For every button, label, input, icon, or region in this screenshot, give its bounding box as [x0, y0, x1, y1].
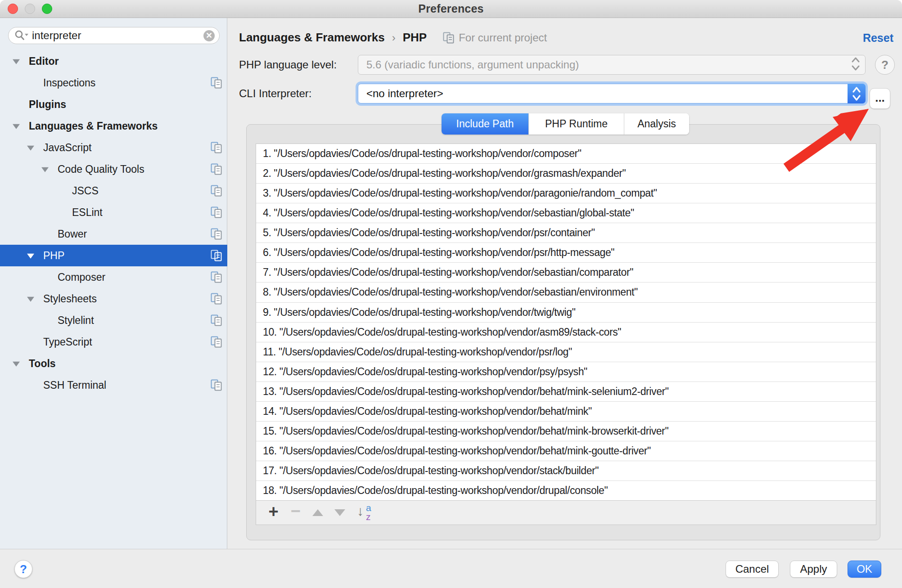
browse-interpreters-button[interactable]: ... — [870, 88, 890, 109]
sidebar-item-label: Plugins — [29, 99, 66, 111]
language-level-label: PHP language level: — [239, 58, 337, 71]
include-path-row[interactable]: 17. "/Users/opdavies/Code/os/drupal-test… — [256, 461, 876, 481]
minimize-window-icon — [25, 4, 35, 14]
sidebar-item-javascript[interactable]: JavaScript — [0, 137, 227, 158]
sort-arrow-icon: ↓ — [357, 503, 364, 519]
include-path-row[interactable]: 13. "/Users/opdavies/Code/os/drupal-test… — [256, 382, 876, 402]
include-path-row[interactable]: 6. "/Users/opdavies/Code/os/drupal-testi… — [256, 243, 876, 263]
include-path-panel: 1. "/Users/opdavies/Code/os/drupal-testi… — [246, 124, 880, 540]
sidebar-item-stylesheets[interactable]: Stylesheets — [0, 288, 227, 310]
close-window-icon[interactable] — [8, 4, 18, 14]
project-pages-icon — [443, 32, 455, 44]
sidebar-item-languages-frameworks[interactable]: Languages & Frameworks — [0, 115, 227, 137]
ok-button[interactable]: OK — [848, 561, 881, 578]
clear-search-icon[interactable]: ✕ — [203, 30, 215, 41]
project-settings-pages-icon — [211, 77, 222, 89]
cli-interpreter-value: <no interpreter> — [366, 87, 443, 100]
preferences-window: Preferences interpreter ✕ EditorInspecti… — [0, 0, 902, 588]
sidebar-item-eslint[interactable]: ESLint — [0, 202, 227, 223]
settings-search-field[interactable]: interpreter ✕ — [8, 27, 220, 44]
apply-button[interactable]: Apply — [790, 561, 837, 578]
cli-interpreter-select[interactable]: <no interpreter> — [358, 84, 866, 103]
sidebar-item-plugins[interactable]: Plugins — [0, 94, 227, 115]
include-path-row[interactable]: 5. "/Users/opdavies/Code/os/drupal-testi… — [256, 223, 876, 243]
cli-interpreter-label: CLI Interpreter: — [239, 87, 311, 100]
sidebar-item-inspections[interactable]: Inspections — [0, 72, 227, 94]
search-input-value[interactable]: interpreter — [32, 29, 203, 42]
sort-z-glyph: z — [366, 512, 371, 522]
include-path-row[interactable]: 8. "/Users/opdavies/Code/os/drupal-testi… — [256, 283, 876, 302]
tab-analysis[interactable]: Analysis — [624, 113, 689, 135]
project-settings-pages-icon — [211, 163, 222, 175]
sidebar-item-typescript[interactable]: TypeScript — [0, 331, 227, 353]
sidebar-item-composer[interactable]: Composer — [0, 266, 227, 288]
language-level-help-icon[interactable]: ? — [875, 55, 895, 75]
disclosure-triangle-icon[interactable] — [13, 59, 20, 64]
reset-link[interactable]: Reset — [863, 31, 893, 45]
title-bar[interactable]: Preferences — [0, 0, 902, 18]
sidebar-item-label: Stylelint — [58, 314, 94, 327]
include-path-row[interactable]: 2. "/Users/opdavies/Code/os/drupal-testi… — [256, 164, 876, 184]
include-path-row[interactable]: 10. "/Users/opdavies/Code/os/drupal-test… — [256, 323, 876, 342]
remove-path-button[interactable]: − — [284, 501, 307, 525]
sidebar-item-label: PHP — [43, 250, 64, 262]
add-path-button[interactable]: + — [262, 501, 284, 525]
include-path-row[interactable]: 15. "/Users/opdavies/Code/os/drupal-test… — [256, 422, 876, 441]
include-path-row[interactable]: 11. "/Users/opdavies/Code/os/drupal-test… — [256, 342, 876, 362]
up-arrow-icon — [312, 509, 323, 516]
tab-php-runtime[interactable]: PHP Runtime — [529, 113, 624, 135]
sidebar-item-code-quality-tools[interactable]: Code Quality Tools — [0, 158, 227, 180]
disclosure-triangle-icon[interactable] — [13, 124, 20, 129]
include-path-row[interactable]: 18. "/Users/opdavies/Code/os/drupal-test… — [256, 481, 876, 500]
search-icon[interactable] — [14, 30, 29, 41]
sidebar-item-label: Stylesheets — [43, 293, 97, 305]
disclosure-triangle-icon[interactable] — [41, 167, 49, 172]
minus-icon: − — [290, 502, 300, 521]
move-up-button[interactable] — [307, 501, 329, 525]
sort-alphabetically-button[interactable]: ↓ a z — [355, 503, 376, 523]
plus-icon: + — [268, 502, 278, 521]
include-path-listbox: 1. "/Users/opdavies/Code/os/drupal-testi… — [256, 144, 876, 525]
settings-sidebar: interpreter ✕ EditorInspectionsPluginsLa… — [0, 18, 227, 549]
include-path-row[interactable]: 16. "/Users/opdavies/Code/os/drupal-test… — [256, 441, 876, 461]
sidebar-item-label: JavaScript — [43, 142, 91, 154]
breadcrumb-languages-frameworks[interactable]: Languages & Frameworks — [239, 31, 385, 45]
sidebar-item-label: Editor — [29, 55, 59, 67]
scope-label: For current project — [459, 31, 547, 44]
tab-include-path[interactable]: Include Path — [442, 113, 529, 135]
project-settings-pages-icon — [211, 185, 222, 197]
disclosure-triangle-icon[interactable] — [27, 254, 34, 259]
move-down-button[interactable] — [329, 501, 351, 525]
select-stepper-icon — [850, 56, 861, 73]
sidebar-item-label: Code Quality Tools — [58, 163, 144, 175]
sidebar-item-label: Bower — [58, 228, 87, 240]
sidebar-item-label: Languages & Frameworks — [29, 120, 158, 132]
include-path-row[interactable]: 1. "/Users/opdavies/Code/os/drupal-testi… — [256, 144, 876, 164]
language-level-select[interactable]: 5.6 (variadic functions, argument unpack… — [358, 55, 866, 75]
sidebar-item-label: JSCS — [72, 185, 99, 197]
disclosure-triangle-icon[interactable] — [13, 362, 20, 367]
sidebar-item-label: Composer — [58, 271, 105, 283]
sidebar-item-ssh-terminal[interactable]: SSH Terminal — [0, 374, 227, 396]
sidebar-item-tools[interactable]: Tools — [0, 353, 227, 374]
select-stepper-blue-icon[interactable] — [848, 84, 866, 103]
include-path-row[interactable]: 14. "/Users/opdavies/Code/os/drupal-test… — [256, 402, 876, 422]
help-button[interactable]: ? — [14, 560, 32, 578]
window-title: Preferences — [418, 2, 483, 15]
include-path-row[interactable]: 4. "/Users/opdavies/Code/os/drupal-testi… — [256, 203, 876, 223]
sidebar-item-editor[interactable]: Editor — [0, 50, 227, 72]
include-path-row[interactable]: 7. "/Users/opdavies/Code/os/drupal-testi… — [256, 263, 876, 283]
sidebar-item-bower[interactable]: Bower — [0, 223, 227, 245]
php-settings-tabs: Include PathPHP RuntimeAnalysis — [442, 113, 689, 135]
zoom-window-icon[interactable] — [42, 4, 52, 14]
disclosure-triangle-icon[interactable] — [27, 297, 34, 302]
include-path-row[interactable]: 9. "/Users/opdavies/Code/os/drupal-testi… — [256, 303, 876, 323]
disclosure-triangle-icon[interactable] — [27, 146, 34, 151]
include-path-row[interactable]: 3. "/Users/opdavies/Code/os/drupal-testi… — [256, 184, 876, 203]
sidebar-item-jscs[interactable]: JSCS — [0, 180, 227, 202]
include-path-row[interactable]: 12. "/Users/opdavies/Code/os/drupal-test… — [256, 362, 876, 382]
cancel-button[interactable]: Cancel — [726, 561, 779, 578]
sidebar-item-php[interactable]: PHP — [0, 245, 227, 266]
sidebar-item-label: Tools — [29, 358, 56, 370]
sidebar-item-stylelint[interactable]: Stylelint — [0, 310, 227, 331]
